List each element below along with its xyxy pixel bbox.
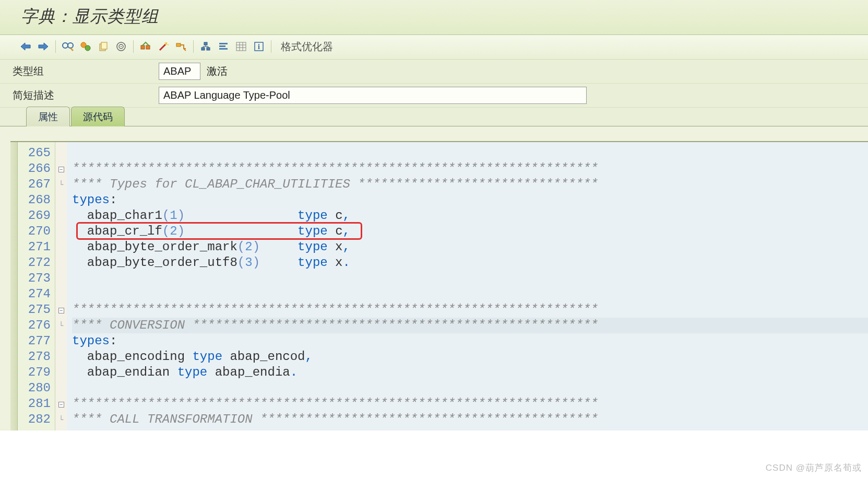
code-area[interactable]: ****************************************…: [67, 142, 868, 431]
code-line: abap_byte_order_mark(2) type x,: [72, 239, 868, 255]
info-button[interactable]: i: [251, 39, 267, 54]
code-line: ****************************************…: [72, 396, 868, 412]
code-line: ****************************************…: [72, 302, 868, 318]
pretty-print-button[interactable]: [216, 39, 231, 54]
svg-rect-5: [101, 42, 107, 49]
layout-button[interactable]: [233, 39, 249, 54]
svg-rect-12: [176, 43, 181, 46]
form-area: 类型组 激活 简短描述 属性 源代码: [0, 60, 868, 126]
svg-rect-18: [219, 48, 228, 50]
desc-label: 简短描述: [13, 88, 159, 102]
activate-button[interactable]: [113, 39, 129, 54]
code-line: types:: [72, 192, 868, 208]
editor-left-bar: [10, 142, 18, 431]
svg-rect-15: [207, 48, 210, 50]
desc-input[interactable]: [159, 87, 587, 104]
toolbar: i 格式优化器: [0, 35, 868, 60]
code-line: types:: [72, 333, 868, 349]
svg-text:i: i: [258, 43, 260, 51]
page-title: 字典：显示类型组: [21, 7, 159, 26]
svg-point-0: [63, 43, 68, 48]
display-toggle-button[interactable]: [60, 39, 76, 54]
svg-rect-19: [236, 42, 246, 51]
code-line: **** CALL TRANSFORMATION ***************…: [72, 412, 868, 427]
svg-rect-17: [219, 45, 225, 47]
copy-button[interactable]: [96, 39, 111, 54]
where-used-button[interactable]: [173, 39, 189, 54]
tab-attributes[interactable]: 属性: [26, 107, 70, 126]
code-line: [72, 271, 868, 286]
code-line: abap_cr_lf(2) type c,: [72, 224, 868, 239]
type-group-input[interactable]: [159, 63, 200, 80]
fold-gutter: −└ −└ −└: [55, 142, 67, 431]
separator: [133, 40, 134, 53]
editor-area: 2652662672682692702712722732742752762772…: [0, 126, 868, 431]
code-line: abap_char1(1) type c,: [72, 208, 868, 224]
svg-rect-13: [204, 42, 207, 45]
other-object-button[interactable]: [78, 39, 93, 54]
code-line: ****************************************…: [72, 161, 868, 177]
hierarchy-button[interactable]: [198, 39, 213, 54]
code-line: abap_encoding type abap_encod,: [72, 349, 868, 365]
tab-source[interactable]: 源代码: [71, 107, 125, 126]
svg-point-3: [85, 45, 90, 51]
svg-point-1: [68, 43, 73, 48]
svg-rect-16: [219, 43, 228, 44]
svg-rect-9: [141, 45, 145, 49]
svg-rect-14: [201, 48, 205, 50]
separator: [55, 40, 56, 53]
separator: [271, 40, 271, 53]
code-line: abap_endian type abap_endia.: [72, 365, 868, 380]
code-line: **** Types for CL_ABAP_CHAR_UTILITIES **…: [72, 177, 868, 192]
type-group-label: 类型组: [13, 64, 159, 78]
svg-rect-10: [146, 45, 150, 49]
check-button[interactable]: [138, 39, 153, 54]
tab-bar: 属性 源代码: [0, 108, 868, 126]
title-bar: 字典：显示类型组: [0, 0, 868, 35]
status-text: 激活: [207, 64, 228, 78]
activate-wand-button[interactable]: [156, 39, 171, 54]
code-line: **** CONVERSION ************************…: [72, 318, 868, 333]
code-line: [72, 286, 868, 302]
svg-point-8: [121, 46, 122, 47]
code-line: [72, 380, 868, 396]
line-gutter: 2652662672682692702712722732742752762772…: [18, 142, 55, 431]
format-optimizer-label[interactable]: 格式优化器: [281, 40, 333, 54]
code-line: [72, 145, 868, 161]
code-line: abap_byte_order_utf8(3) type x.: [72, 255, 868, 271]
separator: [193, 40, 194, 53]
back-button[interactable]: [18, 39, 33, 54]
forward-button[interactable]: [35, 39, 51, 54]
